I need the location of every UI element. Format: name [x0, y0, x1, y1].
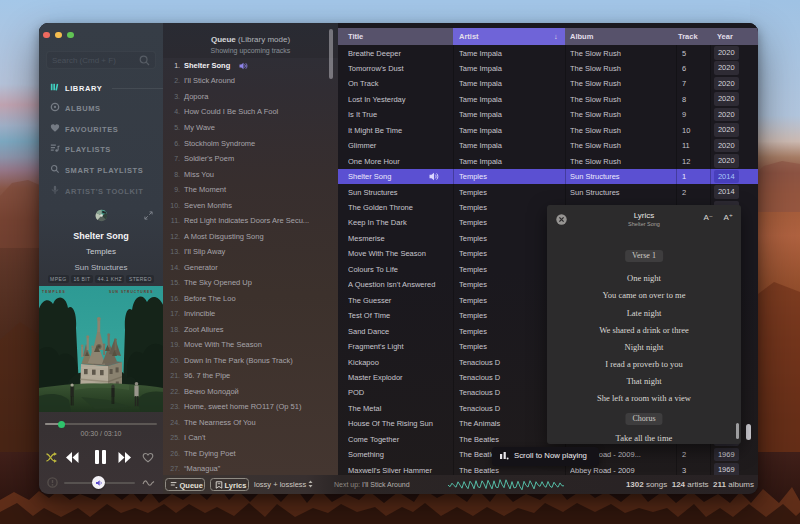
svg-text:TEMPLES: TEMPLES	[42, 290, 66, 294]
svg-text:SUN STRUCTURES: SUN STRUCTURES	[109, 290, 153, 294]
